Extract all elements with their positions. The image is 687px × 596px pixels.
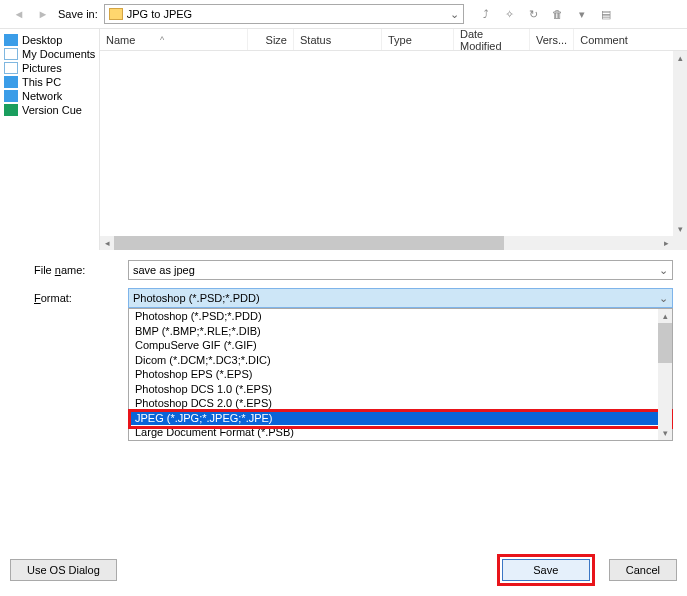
cancel-button[interactable]: Cancel xyxy=(609,559,677,581)
new-folder-icon[interactable]: ✧ xyxy=(502,6,518,22)
save-in-dropdown[interactable]: JPG to JPEG ⌄ xyxy=(104,4,464,24)
filename-input[interactable]: save as jpeg ⌄ xyxy=(128,260,673,280)
col-version[interactable]: Vers... xyxy=(530,29,574,50)
col-comment[interactable]: Comment xyxy=(574,29,673,50)
format-label: Format: xyxy=(34,292,128,304)
folder-icon xyxy=(109,8,123,20)
up-folder-icon[interactable]: ⤴ xyxy=(478,6,494,22)
format-option[interactable]: Photoshop (*.PSD;*.PDD) xyxy=(129,309,672,324)
format-dropdown[interactable]: Photoshop (*.PSD;*.PDD) ⌄ xyxy=(128,288,673,308)
scroll-down-icon[interactable]: ▾ xyxy=(658,426,672,440)
dropdown-scrollbar[interactable]: ▴▾ xyxy=(658,309,672,440)
scroll-left-icon[interactable]: ◂ xyxy=(100,236,114,250)
file-list-pane: Name^ Size Status Type Date Modified Ver… xyxy=(100,29,687,250)
save-in-label: Save in: xyxy=(58,8,98,20)
use-os-dialog-button[interactable]: Use OS Dialog xyxy=(10,559,117,581)
horizontal-scrollbar[interactable]: ◂▸ xyxy=(100,236,687,250)
col-size[interactable]: Size xyxy=(248,29,294,50)
versioncue-icon xyxy=(4,104,18,116)
chevron-down-icon: ⌄ xyxy=(450,8,459,21)
view-icon[interactable]: ▤ xyxy=(598,6,614,22)
sidebar-item-desktop[interactable]: Desktop xyxy=(2,33,97,47)
column-headers: Name^ Size Status Type Date Modified Ver… xyxy=(100,29,687,51)
sidebar-item-network[interactable]: Network xyxy=(2,89,97,103)
file-list[interactable] xyxy=(100,51,687,236)
col-status[interactable]: Status xyxy=(294,29,382,50)
format-option[interactable]: Dicom (*.DCM;*.DC3;*.DIC) xyxy=(129,353,672,368)
format-option[interactable]: Photoshop EPS (*.EPS) xyxy=(129,367,672,382)
scroll-up-icon[interactable]: ▴ xyxy=(673,51,687,65)
format-option[interactable]: CompuServe GIF (*.GIF) xyxy=(129,338,672,353)
documents-icon xyxy=(4,48,18,60)
desktop-icon xyxy=(4,34,18,46)
format-option[interactable]: Photoshop DCS 2.0 (*.EPS) xyxy=(129,396,672,411)
sort-indicator-icon: ^ xyxy=(160,35,164,45)
highlight-box: Save xyxy=(497,554,595,586)
save-in-value: JPG to JPEG xyxy=(127,8,192,20)
scroll-right-icon[interactable]: ▸ xyxy=(659,236,673,250)
vertical-scrollbar[interactable]: ▴▾ xyxy=(673,51,687,236)
sidebar-item-documents[interactable]: My Documents xyxy=(2,47,97,61)
format-option[interactable]: BMP (*.BMP;*.RLE;*.DIB) xyxy=(129,324,672,339)
tool-icon[interactable]: ▾ xyxy=(574,6,590,22)
filename-label: File name: xyxy=(34,264,128,276)
save-button[interactable]: Save xyxy=(502,559,590,581)
format-option[interactable]: Large Document Format (*.PSB) xyxy=(129,425,672,440)
delete-icon[interactable]: 🗑 xyxy=(550,6,566,22)
col-name[interactable]: Name^ xyxy=(100,29,248,50)
sidebar-item-thispc[interactable]: This PC xyxy=(2,75,97,89)
col-date[interactable]: Date Modified xyxy=(454,29,530,50)
network-icon xyxy=(4,90,18,102)
pictures-icon xyxy=(4,62,18,74)
top-toolbar: ◄ ► Save in: JPG to JPEG ⌄ ⤴ ✧ ↻ 🗑 ▾ ▤ xyxy=(0,0,687,28)
chevron-down-icon[interactable]: ⌄ xyxy=(659,264,668,277)
places-sidebar: Desktop My Documents Pictures This PC Ne… xyxy=(0,29,100,250)
scroll-up-icon[interactable]: ▴ xyxy=(658,309,672,323)
format-option[interactable]: Photoshop DCS 1.0 (*.EPS) xyxy=(129,382,672,397)
refresh-icon[interactable]: ↻ xyxy=(526,6,542,22)
format-dropdown-list[interactable]: Photoshop (*.PSD;*.PDD) BMP (*.BMP;*.RLE… xyxy=(128,308,673,441)
format-option-jpeg[interactable]: JPEG (*.JPG;*.JPEG;*.JPE) xyxy=(129,411,672,426)
scroll-thumb[interactable] xyxy=(658,323,672,363)
sidebar-item-pictures[interactable]: Pictures xyxy=(2,61,97,75)
chevron-down-icon[interactable]: ⌄ xyxy=(659,292,668,305)
scroll-thumb[interactable] xyxy=(114,236,504,250)
pc-icon xyxy=(4,76,18,88)
back-icon[interactable]: ◄ xyxy=(10,5,28,23)
sidebar-item-versioncue[interactable]: Version Cue xyxy=(2,103,97,117)
forward-icon[interactable]: ► xyxy=(34,5,52,23)
scroll-down-icon[interactable]: ▾ xyxy=(673,222,687,236)
col-type[interactable]: Type xyxy=(382,29,454,50)
